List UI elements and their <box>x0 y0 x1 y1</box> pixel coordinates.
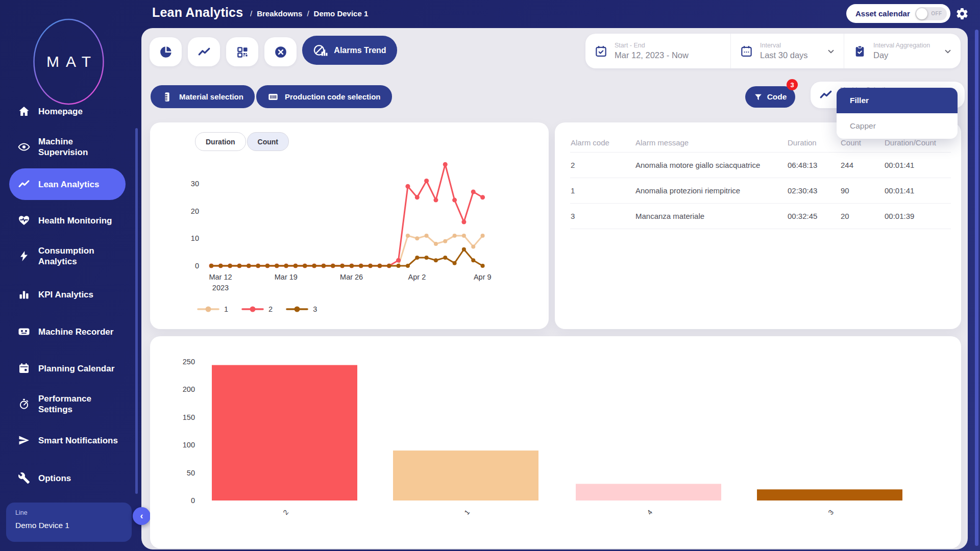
sidebar-item-lean-analytics[interactable]: Lean Analytics <box>9 168 126 200</box>
tab-count[interactable]: Count <box>247 132 289 151</box>
sidebar-item-label: Machine Supervision <box>38 136 119 158</box>
alarm-trend-icon <box>313 43 328 58</box>
sidebar-item-health-monitoring[interactable]: Health Monitoring <box>9 209 126 232</box>
svg-text:0: 0 <box>195 262 199 270</box>
breadcrumb-separator: / <box>250 9 252 18</box>
table-header-alarm-message: Alarm message <box>635 133 787 153</box>
gear-icon[interactable] <box>955 7 969 20</box>
close-circle-icon <box>274 45 287 59</box>
grid-view-button[interactable] <box>226 37 258 66</box>
barcode-icon <box>267 91 279 103</box>
sidebar-item-planning-calendar[interactable]: Planning Calendar <box>9 353 126 384</box>
device-card-label: Line <box>15 509 122 516</box>
svg-text:150: 150 <box>183 413 195 421</box>
code-filter-badge: 3 <box>787 79 798 90</box>
legend-item-2[interactable]: 2 <box>241 305 273 313</box>
table-cell: 1 <box>570 178 635 204</box>
table-cell: 00:01:41 <box>884 178 951 204</box>
sidebar-item-label: Smart Notifications <box>38 435 119 446</box>
production-code-selection-button[interactable]: Production code selection <box>256 85 392 108</box>
clipboard-check-icon <box>853 45 866 58</box>
filter-value: Last 30 days <box>760 51 808 60</box>
breadcrumb-item-breakdowns[interactable]: Breakdowns <box>257 9 302 18</box>
dropdown-option-filler[interactable]: Filler <box>837 88 958 113</box>
wrench-icon <box>18 472 30 484</box>
sidebar-collapse-button[interactable]: ‹ <box>133 507 151 525</box>
app-logo: MAT <box>33 18 104 105</box>
alarm-table: Alarm codeAlarm messageDurationCountDura… <box>570 133 951 229</box>
table-cell: 20 <box>840 204 884 229</box>
interval-aggregation-filter[interactable]: Interval AggregationDay <box>844 34 961 68</box>
alarms-trend-chart-card: DurationCount 0102030Mar 122023Mar 19Mar… <box>150 122 549 329</box>
sidebar-item-consumption-analytics[interactable]: Consumption Analytics <box>9 240 126 272</box>
device-card-value: Demo Device 1 <box>15 521 122 530</box>
sidebar-item-options[interactable]: Options <box>9 467 126 489</box>
bolt-icon <box>18 250 30 262</box>
send-icon <box>18 434 30 446</box>
tab-duration[interactable]: Duration <box>195 132 246 151</box>
machine-selection-dropdown: FillerCapper <box>837 88 958 139</box>
pie-chart-view-button[interactable] <box>150 37 182 66</box>
filter-label: Start - End <box>615 42 689 49</box>
legend-item-1[interactable]: 1 <box>197 305 228 313</box>
table-cell: 06:48:13 <box>787 153 840 178</box>
line-chart-icon <box>198 45 211 59</box>
svg-text:50: 50 <box>187 469 195 477</box>
sidebar-item-homepage[interactable]: Homepage <box>9 100 126 122</box>
svg-text:1: 1 <box>463 508 471 516</box>
stopwatch-icon <box>18 398 30 410</box>
dropdown-option-capper[interactable]: Capper <box>837 113 958 139</box>
alarms-trend-line-chart: 0102030Mar 122023Mar 19Mar 26Apr 2Apr 9 <box>150 122 549 329</box>
svg-text:100: 100 <box>183 441 195 449</box>
svg-text:2: 2 <box>282 508 290 516</box>
grid-icon <box>236 45 249 59</box>
start-end-filter[interactable]: Start - EndMar 12, 2023 - Now <box>585 34 730 68</box>
device-card: Line Demo Device 1 <box>6 503 132 542</box>
asset-calendar-label: Asset calendar <box>855 9 910 18</box>
sidebar-item-machine-supervision[interactable]: Machine Supervision <box>9 131 126 163</box>
app-root: Lean Analytics / Breakdowns / Demo Devic… <box>0 0 980 551</box>
code-filter-button[interactable]: Code <box>745 86 795 108</box>
sidebar-item-performance-settings[interactable]: Performance Settings <box>9 388 126 420</box>
svg-text:Apr 2: Apr 2 <box>408 273 426 281</box>
sidebar-item-label: Lean Analytics <box>38 179 119 190</box>
table-row: 3Mancanza materiale00:32:452000:01:39 <box>570 204 951 229</box>
legend-label: 1 <box>224 305 228 313</box>
sidebar-item-label: Options <box>38 473 119 484</box>
breadcrumb: / Breakdowns / Demo Device 1 <box>250 9 368 18</box>
alarms-trend-button[interactable]: Alarms Trend <box>302 36 397 65</box>
legend-label: 3 <box>313 305 317 313</box>
pie-chart-icon <box>159 45 173 59</box>
filter-value: Day <box>873 51 930 60</box>
table-cell: Mancanza materiale <box>635 204 787 229</box>
sidebar-item-kpi-analytics[interactable]: KPI Analytics <box>9 283 126 306</box>
close-circle-view-button[interactable] <box>264 37 297 66</box>
svg-text:Mar 26: Mar 26 <box>340 273 363 281</box>
sidebar-item-machine-recorder[interactable]: Machine Recorder <box>9 320 126 343</box>
calendar-days-icon <box>740 45 753 58</box>
recorder-icon <box>18 325 30 338</box>
filter-label: Interval Aggregation <box>873 42 930 49</box>
asset-calendar-toggle[interactable]: OFF <box>915 7 947 20</box>
calendar-check-icon <box>595 45 607 58</box>
funnel-icon <box>754 93 763 102</box>
interval-filter[interactable]: IntervalLast 30 days <box>730 34 844 68</box>
sidebar-scrollbar[interactable] <box>135 128 138 494</box>
legend-item-3[interactable]: 3 <box>286 305 317 313</box>
line-chart-view-button[interactable] <box>188 37 220 66</box>
svg-text:200: 200 <box>183 385 195 393</box>
sidebar-item-smart-notifications[interactable]: Smart Notifications <box>9 424 126 456</box>
svg-text:Mar 12: Mar 12 <box>209 273 232 281</box>
legend-label: 2 <box>268 305 273 313</box>
heart-pulse-icon <box>18 214 30 227</box>
page-scrollbar[interactable] <box>975 30 978 546</box>
table-cell: Anomalia motore giallo sciacquatrice <box>635 153 787 178</box>
breadcrumb-item-device[interactable]: Demo Device 1 <box>314 9 369 18</box>
sidebar-item-label: Homepage <box>38 106 119 117</box>
sidebar-item-label: Performance Settings <box>38 393 119 415</box>
material-selection-button[interactable]: Material selection <box>151 85 255 108</box>
table-row: 2Anomalia motore giallo sciacquatrice06:… <box>570 153 951 178</box>
sidebar-item-label: KPI Analytics <box>38 289 119 300</box>
button-label: Production code selection <box>285 92 381 101</box>
table-row: 1Anomalia protezioni riempitrice02:30:43… <box>570 178 951 204</box>
